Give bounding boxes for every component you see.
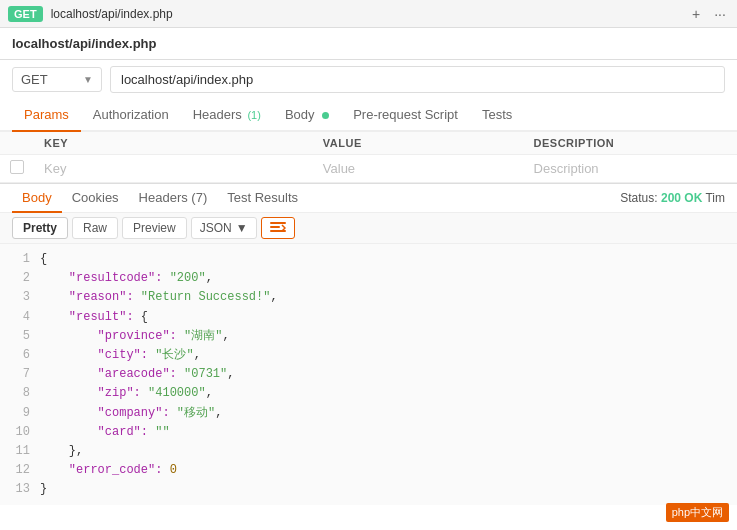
line-content: "result": { [40, 308, 737, 327]
col-key-header: KEY [34, 132, 313, 155]
wrap-button[interactable] [261, 217, 295, 239]
code-line: 6 "city": "长沙", [0, 346, 737, 365]
method-url-row: GET ▼ [0, 60, 737, 99]
code-line: 11 }, [0, 442, 737, 461]
code-line: 12 "error_code": 0 [0, 461, 737, 480]
code-line: 1{ [0, 250, 737, 269]
line-number: 12 [0, 461, 40, 480]
line-number: 2 [0, 269, 40, 288]
row-checkbox-cell [0, 155, 34, 183]
wrap-icon [270, 221, 286, 235]
status-label: Status: [620, 191, 657, 205]
method-text: GET [21, 72, 48, 87]
tab-headers[interactable]: Headers (1) [181, 99, 273, 132]
col-desc-header: DESCRIPTION [524, 132, 737, 155]
table-row: Key Value Description [0, 155, 737, 183]
line-number: 5 [0, 327, 40, 346]
line-content: "province": "湖南", [40, 327, 737, 346]
code-line: 4 "result": { [0, 308, 737, 327]
line-content: "company": "移动", [40, 404, 737, 423]
line-content: "resultcode": "200", [40, 269, 737, 288]
time-label: Tim [705, 191, 725, 205]
top-bar-icons: + ··· [687, 5, 729, 23]
desc-cell[interactable]: Description [524, 155, 737, 183]
line-number: 1 [0, 250, 40, 269]
preview-button[interactable]: Preview [122, 217, 187, 239]
top-bar: GET localhost/api/index.php + ··· [0, 0, 737, 28]
tab-authorization[interactable]: Authorization [81, 99, 181, 132]
code-line: 13} [0, 480, 737, 499]
line-number: 3 [0, 288, 40, 307]
response-tab-cookies[interactable]: Cookies [62, 184, 129, 213]
code-line: 3 "reason": "Return Successd!", [0, 288, 737, 307]
url-bar-title: localhost/api/index.php [12, 36, 156, 51]
tab-pre-request[interactable]: Pre-request Script [341, 99, 470, 132]
code-line: 7 "areacode": "0731", [0, 365, 737, 384]
line-content: "card": "" [40, 423, 737, 442]
line-content: "city": "长沙", [40, 346, 737, 365]
request-tabs-row: Params Authorization Headers (1) Body Pr… [0, 99, 737, 132]
response-tab-body[interactable]: Body [12, 184, 62, 213]
url-bar: localhost/api/index.php [0, 28, 737, 60]
body-dot [322, 112, 329, 119]
response-tab-headers[interactable]: Headers (7) [129, 184, 218, 213]
json-code-area: 1{2 "resultcode": "200",3 "reason": "Ret… [0, 244, 737, 505]
params-section: KEY VALUE DESCRIPTION Key Value Descript… [0, 132, 737, 184]
headers-badge: (1) [247, 109, 260, 121]
response-status: Status: 200 OK Tim [620, 191, 725, 205]
json-label: JSON [200, 221, 232, 235]
line-number: 6 [0, 346, 40, 365]
col-value-header: VALUE [313, 132, 524, 155]
tab-tests[interactable]: Tests [470, 99, 524, 132]
chevron-down-icon: ▼ [83, 74, 93, 85]
json-format-select[interactable]: JSON ▼ [191, 217, 257, 239]
code-line: 2 "resultcode": "200", [0, 269, 737, 288]
svg-rect-2 [270, 230, 286, 232]
line-number: 9 [0, 404, 40, 423]
line-number: 11 [0, 442, 40, 461]
params-table: KEY VALUE DESCRIPTION Key Value Descript… [0, 132, 737, 183]
col-check-header [0, 132, 34, 155]
top-method-badge: GET [8, 6, 43, 22]
line-content: "areacode": "0731", [40, 365, 737, 384]
line-content: } [40, 480, 737, 499]
line-number: 7 [0, 365, 40, 384]
response-tabs-row: Body Cookies Headers (7) Test Results St… [0, 184, 737, 213]
code-line: 8 "zip": "410000", [0, 384, 737, 403]
line-content: "zip": "410000", [40, 384, 737, 403]
line-number: 10 [0, 423, 40, 442]
code-line: 5 "province": "湖南", [0, 327, 737, 346]
code-line: 10 "card": "" [0, 423, 737, 442]
status-value: 200 OK [661, 191, 702, 205]
value-cell[interactable]: Value [313, 155, 524, 183]
line-content: "reason": "Return Successd!", [40, 288, 737, 307]
format-bar: Pretty Raw Preview JSON ▼ [0, 213, 737, 244]
watermark: php中文网 [666, 503, 729, 505]
raw-button[interactable]: Raw [72, 217, 118, 239]
line-number: 13 [0, 480, 40, 499]
url-input[interactable] [110, 66, 725, 93]
method-select[interactable]: GET ▼ [12, 67, 102, 92]
response-tab-test-results[interactable]: Test Results [217, 184, 308, 213]
line-number: 8 [0, 384, 40, 403]
code-line: 9 "company": "移动", [0, 404, 737, 423]
line-content: }, [40, 442, 737, 461]
line-number: 4 [0, 308, 40, 327]
line-content: { [40, 250, 737, 269]
line-content: "error_code": 0 [40, 461, 737, 480]
more-icon[interactable]: ··· [711, 5, 729, 23]
svg-rect-1 [270, 226, 280, 228]
plus-icon[interactable]: + [687, 5, 705, 23]
tab-params[interactable]: Params [12, 99, 81, 132]
top-bar-url: localhost/api/index.php [51, 7, 687, 21]
json-chevron-icon: ▼ [236, 221, 248, 235]
tab-body[interactable]: Body [273, 99, 341, 132]
pretty-button[interactable]: Pretty [12, 217, 68, 239]
svg-rect-0 [270, 222, 286, 224]
key-cell[interactable]: Key [34, 155, 313, 183]
row-checkbox[interactable] [10, 160, 24, 174]
response-tabs-left: Body Cookies Headers (7) Test Results [12, 184, 308, 212]
